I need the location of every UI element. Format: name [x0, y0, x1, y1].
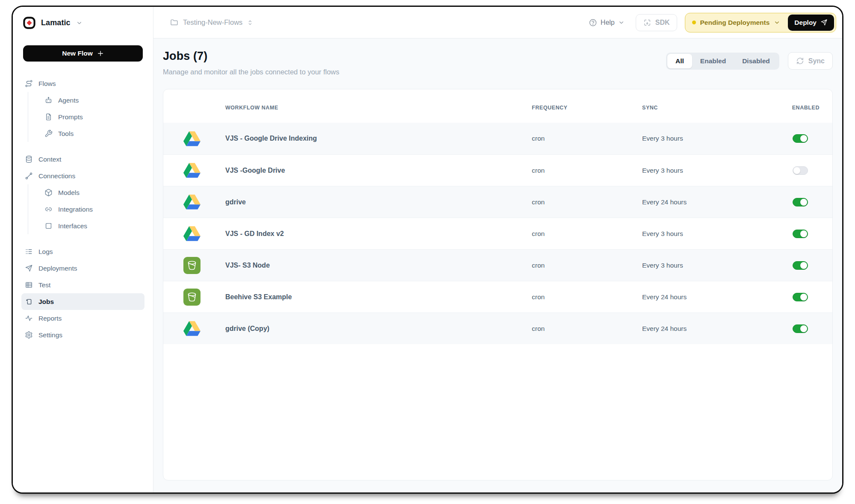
- s3-bucket-icon: [183, 257, 200, 274]
- page-subtitle: Manage and monitor all the jobs connecte…: [163, 68, 339, 76]
- database-icon: [25, 155, 33, 163]
- frequency-value: cron: [532, 230, 642, 238]
- enabled-toggle[interactable]: [793, 230, 808, 238]
- chain-icon: [44, 205, 53, 213]
- table-row[interactable]: gdrive (Copy) cron Every 24 hours: [163, 312, 832, 344]
- sidebar-item-models[interactable]: Models: [41, 184, 144, 201]
- filter-disabled-button[interactable]: Disabled: [734, 54, 778, 68]
- sidebar: Lamatic New Flow Flows Agents Promp: [13, 7, 153, 492]
- sidebar-item-agents[interactable]: Agents: [41, 92, 144, 109]
- sidebar-nav: Flows Agents Prompts Tools Co: [21, 66, 144, 343]
- sync-value: Every 24 hours: [642, 325, 781, 333]
- sidebar-item-logs[interactable]: Logs: [21, 243, 144, 260]
- frame-icon: [44, 222, 53, 230]
- sync-button[interactable]: Sync: [788, 52, 833, 70]
- box-icon: [44, 189, 53, 197]
- jobs-page: Jobs (7) Manage and monitor all the jobs…: [153, 38, 842, 492]
- deploy-label: Deploy: [794, 19, 817, 27]
- sidebar-item-label: Deployments: [38, 265, 77, 272]
- deploy-button[interactable]: Deploy: [788, 15, 834, 31]
- table-row[interactable]: gdrive cron Every 24 hours: [163, 186, 832, 218]
- wrench-icon: [44, 130, 53, 138]
- sidebar-item-label: Flows: [38, 80, 56, 87]
- project-name: Testing-New-Flows: [183, 18, 242, 27]
- toggle-knob: [800, 199, 807, 206]
- sidebar-item-reports[interactable]: Reports: [21, 310, 144, 327]
- sidebar-item-label: Interfaces: [58, 223, 87, 230]
- refresh-icon: [796, 57, 804, 65]
- project-selector[interactable]: Testing-New-Flows: [170, 18, 254, 27]
- sidebar-item-label: Reports: [38, 315, 62, 322]
- sidebar-item-integrations[interactable]: Integrations: [41, 201, 144, 218]
- workflow-source-icon: [183, 195, 225, 209]
- table-row[interactable]: VJS - GD Index v2 cron Every 3 hours: [163, 218, 832, 249]
- enabled-toggle[interactable]: [793, 324, 808, 333]
- sidebar-item-jobs[interactable]: Jobs: [21, 293, 144, 310]
- new-flow-button[interactable]: New Flow: [23, 45, 143, 62]
- sdk-label: SDK: [655, 19, 670, 27]
- google-drive-icon: [183, 321, 200, 336]
- table-row[interactable]: VJS- S3 Node cron Every 3 hours: [163, 249, 832, 281]
- filter-enabled-button[interactable]: Enabled: [692, 54, 734, 68]
- workflow-source-icon: [183, 131, 225, 146]
- sidebar-item-context[interactable]: Context: [21, 151, 144, 168]
- sidebar-item-flows[interactable]: Flows: [21, 75, 144, 92]
- toggle-knob: [800, 230, 807, 237]
- workflow-name: VJS - Google Drive Indexing: [225, 135, 532, 142]
- page-title-block: Jobs (7) Manage and monitor all the jobs…: [163, 50, 339, 76]
- workflow-name: gdrive (Copy): [225, 325, 532, 333]
- col-header-workflow-name: WORKFLOW NAME: [225, 105, 532, 111]
- enabled-toggle[interactable]: [793, 293, 808, 301]
- table-row[interactable]: VJS - Google Drive Indexing cron Every 3…: [163, 123, 832, 154]
- table-row[interactable]: Beehive S3 Example cron Every 24 hours: [163, 281, 832, 312]
- pending-deployments-label[interactable]: Pending Deployments: [700, 19, 770, 27]
- chevron-down-icon[interactable]: [774, 19, 780, 26]
- workspace-switcher[interactable]: Lamatic: [21, 7, 144, 38]
- filter-all-button[interactable]: All: [667, 54, 692, 68]
- chevrons-up-down-icon: [247, 19, 254, 26]
- help-circle-icon: [589, 18, 597, 27]
- table-icon: [25, 281, 33, 289]
- flows-children: Agents Prompts Tools: [28, 92, 144, 142]
- sidebar-item-label: Tools: [58, 130, 74, 137]
- sidebar-item-prompts[interactable]: Prompts: [41, 109, 144, 125]
- sdk-button[interactable]: SDK: [636, 14, 677, 31]
- sidebar-item-deployments[interactable]: Deployments: [21, 260, 144, 277]
- enabled-toggle[interactable]: [793, 261, 808, 270]
- page-title: Jobs (7): [163, 50, 339, 63]
- enabled-toggle[interactable]: [793, 134, 808, 143]
- new-flow-label: New Flow: [62, 50, 92, 57]
- workflow-source-icon: [183, 289, 225, 306]
- sidebar-item-label: Context: [38, 156, 61, 163]
- list-icon: [25, 248, 33, 256]
- google-drive-icon: [183, 226, 200, 241]
- route-icon: [25, 80, 33, 88]
- workflow-source-icon: [183, 321, 225, 336]
- sidebar-item-test[interactable]: Test: [21, 277, 144, 293]
- sidebar-item-tools[interactable]: Tools: [41, 125, 144, 142]
- folder-icon: [170, 18, 179, 27]
- workflow-name: VJS - GD Index v2: [225, 230, 532, 238]
- sidebar-item-label: Agents: [58, 97, 79, 104]
- table-row[interactable]: VJS -Google Drive cron Every 3 hours: [163, 154, 832, 186]
- table-body: VJS - Google Drive Indexing cron Every 3…: [163, 123, 832, 344]
- col-header-enabled: ENABLED: [781, 105, 820, 111]
- workflow-source-icon: [183, 226, 225, 241]
- plus-icon: [97, 50, 104, 57]
- bot-icon: [44, 96, 53, 104]
- sync-value: Every 3 hours: [642, 230, 781, 238]
- workflow-source-icon: [183, 163, 225, 178]
- sidebar-item-label: Logs: [38, 248, 53, 255]
- help-menu[interactable]: Help: [589, 18, 625, 27]
- sidebar-item-settings[interactable]: Settings: [21, 327, 144, 343]
- enabled-toggle[interactable]: [793, 198, 808, 206]
- sync-value: Every 3 hours: [642, 167, 781, 174]
- toggle-knob: [800, 135, 807, 142]
- col-header-sync: SYNC: [642, 105, 781, 111]
- sidebar-item-connections[interactable]: Connections: [21, 168, 144, 184]
- enabled-toggle[interactable]: [793, 166, 808, 175]
- s3-bucket-icon: [183, 289, 200, 306]
- toggle-knob: [800, 294, 807, 301]
- google-drive-icon: [183, 163, 200, 178]
- sidebar-item-interfaces[interactable]: Interfaces: [41, 218, 144, 234]
